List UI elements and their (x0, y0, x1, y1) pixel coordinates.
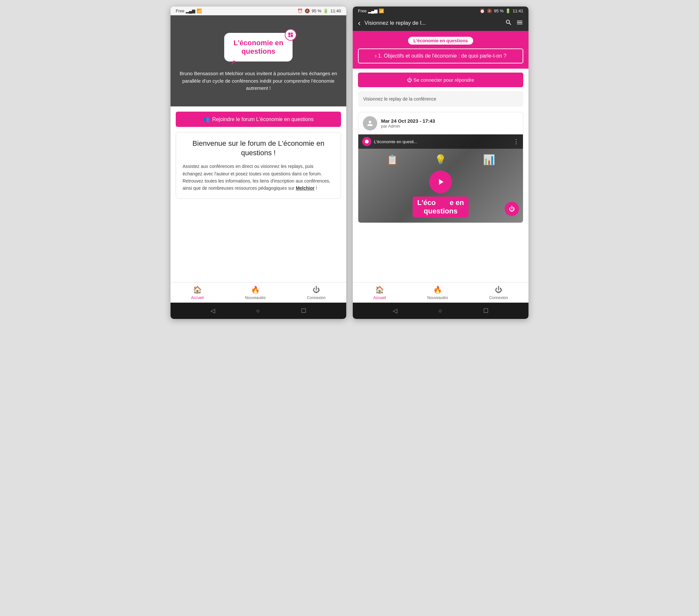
hero-description: Bruno Bensasson et Melchior vous inviten… (177, 70, 340, 92)
join-icon: 👥 (203, 116, 210, 122)
battery-1: 95 % (312, 9, 321, 13)
gesture-bar-2: ◁ ○ ☐ (353, 303, 528, 319)
post-date: Mar 24 Oct 2023 - 17:43 (381, 118, 435, 124)
time-2: 11:41 (513, 9, 523, 13)
hero-title-line2: questions (233, 47, 283, 56)
nav-label-nouveautes-1: Nouveautés (245, 296, 266, 300)
status-right-1: ⏰ 🔕 95 % 🔋 11:40 (298, 9, 341, 13)
content-1: L'économie en questions ↗ Bruno Bensasso… (171, 15, 346, 282)
yt-menu-dots[interactable]: ⋮ (513, 138, 519, 145)
bottom-nav-1: 🏠 Accueil 🔥 Nouveautés ⏻ Connexion (171, 282, 346, 303)
nav-item-accueil-2[interactable]: 🏠 Accueil (373, 286, 386, 300)
welcome-box: Bienvenue sur le forum de L'économie en … (176, 132, 341, 199)
phone-2: Free ▂▄▆ 📶 ⏰ 🔕 95 % 🔋 11:41 ‹ Visionnez … (353, 6, 528, 319)
content-2: L'économie en questions › 1. Objectifs e… (353, 31, 528, 282)
nav-item-connexion-2[interactable]: ⏻ Connexion (489, 286, 507, 300)
hero-title-line1: L'économie en (233, 39, 283, 47)
yt-icon-chart: 📊 (483, 154, 495, 165)
alarm-icon-2: ⏰ (480, 9, 485, 13)
recents-gesture-1[interactable]: ☐ (301, 307, 306, 314)
nav-item-nouveautes-2[interactable]: 🔥 Nouveautés (427, 286, 448, 300)
battery-2: 95 % (494, 9, 504, 13)
home-icon-1: 🏠 (193, 286, 202, 294)
carrier-1: Free (176, 9, 185, 13)
battery-icon-1: 🔋 (323, 9, 328, 13)
hero-bubble: L'économie en questions ↗ (224, 33, 292, 62)
yt-bar-left: L'économie en questi... (362, 137, 417, 146)
nav-item-nouveautes-1[interactable]: 🔥 Nouveautés (245, 286, 266, 300)
avatar (363, 116, 377, 131)
join-label: Rejoindre le forum L'économie en questio… (212, 117, 314, 122)
signal-1: ▂▄▆ (186, 9, 195, 13)
recents-gesture-2[interactable]: ☐ (483, 307, 488, 314)
hero-icon (285, 29, 296, 41)
welcome-title: Bienvenue sur le forum de L'économie en … (183, 139, 334, 157)
home-gesture-1[interactable]: ○ (256, 307, 260, 314)
phone-1: Free ▂▄▆ 📶 ⏰ 🔕 95 % 🔋 11:40 L'économie e… (171, 6, 346, 319)
youtube-thumbnail[interactable]: L'économie en questi... ⋮ 📋 💡 📊 (358, 134, 523, 223)
nav-item-accueil-1[interactable]: 🏠 Accueil (191, 286, 204, 300)
yt-bottom-title: L'éco e en questions (396, 197, 485, 218)
wifi-icon-2: 📶 (379, 9, 384, 13)
pink-badge: L'économie en questions (407, 36, 474, 45)
nav-label-accueil-2: Accueil (373, 296, 386, 300)
topic-title: › 1. Objectifs et outils de l'économie :… (358, 49, 523, 64)
signal-2: ▂▄▆ (368, 9, 378, 13)
status-right-2: ⏰ 🔕 95 % 🔋 11:41 (480, 9, 523, 13)
home-icon-2: 🏠 (375, 286, 384, 294)
back-gesture-1[interactable]: ◁ (211, 307, 215, 314)
gesture-bar-1: ◁ ○ ☐ (171, 303, 346, 319)
power-icon-1: ⏻ (313, 286, 320, 294)
yt-bottom-title-text3: questions (424, 207, 458, 215)
status-left-2: Free ▂▄▆ 📶 (358, 9, 384, 13)
bottom-nav-2: 🏠 Accueil 🔥 Nouveautés ⏻ Connexion (353, 282, 528, 303)
welcome-text-part2: ! (316, 185, 317, 191)
alarm-icon-1: ⏰ (298, 9, 303, 13)
status-bar-2: Free ▂▄▆ 📶 ⏰ 🔕 95 % 🔋 11:41 (353, 6, 528, 15)
power-icon-2: ⏻ (495, 286, 502, 294)
connect-button[interactable]: ⏻ Se connecter pour répondre (358, 73, 523, 87)
post-author: par Admin (381, 124, 435, 129)
yt-title: L'économie en questi... (374, 139, 417, 144)
yt-bottom-title-text: L'éco (417, 198, 436, 207)
yt-bar: L'économie en questi... ⋮ (358, 134, 523, 149)
nav-label-accueil-1: Accueil (191, 296, 204, 300)
menu-icon-2[interactable] (516, 19, 523, 28)
yt-icon-bulb: 💡 (434, 154, 447, 165)
nav-label-nouveautes-2: Nouveautés (427, 296, 448, 300)
home-gesture-2[interactable]: ○ (439, 307, 442, 314)
nav-label-connexion-1: Connexion (307, 296, 326, 300)
mute-icon-2: 🔕 (487, 9, 492, 13)
yt-icon-notes: 📋 (386, 154, 398, 165)
nav-label-connexion-2: Connexion (489, 296, 507, 300)
carrier-2: Free (358, 9, 367, 13)
fire-icon-1: 🔥 (251, 286, 260, 294)
replay-text-box: Visionnez le replay de la conférence (358, 91, 523, 107)
fire-icon-2: 🔥 (433, 286, 442, 294)
wifi-icon-1: 📶 (197, 9, 202, 13)
time-1: 11:40 (330, 9, 341, 13)
cursor-icon: ↗ (231, 59, 236, 66)
welcome-text: Assistez aux conférences en direct ou vi… (183, 163, 334, 192)
post-meta: Mar 24 Oct 2023 - 17:43 par Admin (381, 118, 435, 129)
nav-title-2: Visionnez le replay de l... (365, 20, 501, 26)
battery-icon-2: 🔋 (505, 9, 511, 13)
yt-bottom-title-text2: e en (450, 198, 464, 207)
yt-play-button[interactable] (429, 171, 452, 193)
status-left-1: Free ▂▄▆ 📶 (176, 9, 202, 13)
post-card: Mar 24 Oct 2023 - 17:43 par Admin L'écon… (358, 112, 523, 223)
pink-section: L'économie en questions › 1. Objectifs e… (353, 31, 528, 69)
search-icon-2[interactable] (505, 19, 512, 28)
post-header: Mar 24 Oct 2023 - 17:43 par Admin (358, 112, 523, 134)
hero-section: L'économie en questions ↗ Bruno Bensasso… (171, 15, 346, 106)
melchior-link[interactable]: Melchior (296, 185, 315, 191)
status-bar-1: Free ▂▄▆ 📶 ⏰ 🔕 95 % 🔋 11:40 (171, 6, 346, 15)
mute-icon-1: 🔕 (305, 9, 310, 13)
join-button[interactable]: 👥 Rejoindre le forum L'économie en quest… (176, 112, 341, 127)
replay-text: Visionnez le replay de la conférence (363, 96, 436, 102)
nav-item-connexion-1[interactable]: ⏻ Connexion (307, 286, 326, 300)
top-nav-2: ‹ Visionnez le replay de l... (353, 15, 528, 31)
back-button-2[interactable]: ‹ (358, 18, 360, 28)
back-gesture-2[interactable]: ◁ (393, 307, 397, 314)
yt-logo (362, 137, 371, 146)
